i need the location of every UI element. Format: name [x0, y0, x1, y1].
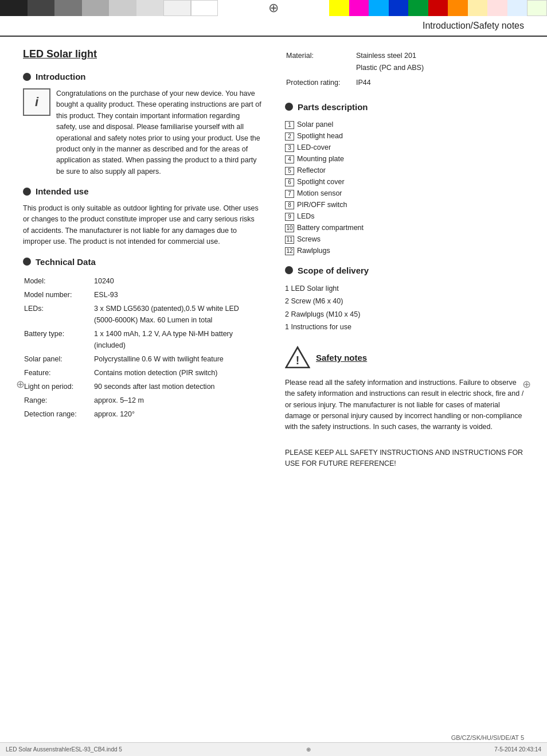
color-bar-top: ⊕	[0, 0, 547, 16]
crosshair-top-icon: ⊕	[218, 0, 329, 16]
part-number: 7	[285, 190, 294, 198]
tech-value: approx. 5–12 m	[94, 394, 261, 407]
scope-item: 1 LED Solar light	[285, 282, 524, 295]
part-number: 3	[285, 144, 294, 152]
part-number: 9	[285, 213, 294, 221]
part-item: 6Spotlight cover	[285, 176, 524, 188]
footer-right-text: 7-5-2014 20:43:14	[494, 746, 541, 753]
material-table: Material:Stainless steel 201Plastic (PC …	[285, 48, 425, 91]
part-label: Rawlplugs	[297, 245, 330, 256]
safety-notes-text2: PLEASE KEEP ALL SAFETY INSTRUCTIONS AND …	[285, 447, 524, 470]
part-label: Spotlight cover	[297, 176, 345, 188]
tech-value: 10240	[94, 275, 261, 287]
part-number: 12	[285, 247, 294, 255]
part-item: 9LEDs	[285, 211, 524, 222]
material-row: Material:Stainless steel 201Plastic (PC …	[286, 49, 424, 75]
crosshair-left-icon: ⊕	[16, 378, 25, 391]
product-title: LED Solar light	[23, 48, 262, 60]
safety-notes-section: ! Safety notes Please read all the safet…	[285, 345, 524, 470]
tech-value: approx. 120°	[94, 408, 261, 420]
parts-list: 1Solar panel2Spotlight head3LED-cover4Mo…	[285, 119, 524, 256]
part-number: 2	[285, 133, 294, 141]
tech-value: 1 x 1400 mAh, 1.2 V, AA type Ni-MH batte…	[94, 328, 261, 352]
material-value: Stainless steel 201Plastic (PC and ABS)	[356, 49, 424, 75]
bullet-scope	[285, 266, 293, 274]
bullet-introduction	[23, 73, 31, 81]
warning-triangle-icon: !	[285, 345, 310, 371]
technical-data-label: Technical Data	[36, 257, 96, 267]
scope-item: 2 Screw (M6 x 40)	[285, 295, 524, 308]
page-title: Introduction/Safety notes	[423, 21, 524, 30]
bullet-intended-use	[23, 188, 31, 196]
tech-data-row: Feature:Contains motion detection (PIR s…	[24, 367, 261, 379]
material-field: Protection rating:	[286, 76, 355, 89]
safety-notes-label: Safety notes	[316, 353, 367, 363]
left-color-blocks	[0, 0, 218, 16]
footer-left-text: LED Solar AussenstrahlerESL-93_CB4.indd …	[6, 746, 122, 753]
part-number: 4	[285, 155, 294, 163]
material-field: Material:	[286, 49, 355, 75]
page-ref: GB/CZ/SK/HU/SI/DE/AT 5	[451, 734, 524, 741]
introduction-header: Introduction	[23, 72, 262, 81]
tech-data-row: Solar panel:Polycrystalline 0.6 W with t…	[24, 353, 261, 365]
crosshair-right-icon: ⊕	[522, 378, 531, 391]
scope-item: 1 Instructions for use	[285, 321, 524, 334]
part-item: 5Reflector	[285, 165, 524, 176]
scope-list: 1 LED Solar light2 Screw (M6 x 40)2 Rawl…	[285, 282, 524, 334]
svg-text:!: !	[296, 354, 299, 367]
scope-header: Scope of delivery	[285, 266, 524, 275]
tech-data-row: Model:10240	[24, 275, 261, 287]
part-item: 10Battery compartment	[285, 222, 524, 233]
technical-data-header: Technical Data	[23, 257, 262, 267]
tech-data-row: Model number:ESL-93	[24, 289, 261, 301]
right-column: Material:Stainless steel 201Plastic (PC …	[279, 48, 524, 475]
part-label: Battery compartment	[297, 222, 364, 233]
part-number: 8	[285, 201, 294, 209]
tech-field: Range:	[24, 394, 93, 407]
material-value: IP44	[356, 76, 424, 89]
main-content: LED Solar light Introduction i Congratul…	[0, 48, 547, 475]
part-label: PIR/OFF switch	[297, 199, 347, 211]
part-number: 11	[285, 236, 294, 244]
intended-use-label: Intended use	[36, 186, 89, 196]
info-icon: i	[35, 95, 38, 110]
bullet-technical	[23, 258, 31, 266]
introduction-text: Congratulations on the purchase of your …	[56, 88, 262, 177]
tech-data-row: Detection range:approx. 120°	[24, 408, 261, 420]
part-item: 4Mounting plate	[285, 153, 524, 165]
tech-field: Detection range:	[24, 408, 93, 420]
tech-data-row: Range:approx. 5–12 m	[24, 394, 261, 407]
tech-value: ESL-93	[94, 289, 261, 301]
part-item: 3LED-cover	[285, 142, 524, 153]
introduction-box: i Congratulations on the purchase of you…	[23, 88, 262, 177]
technical-data-table: Model:10240Model number:ESL-93LEDs:3 x S…	[23, 274, 262, 422]
parts-description-header: Parts description	[285, 102, 524, 112]
tech-value: Contains motion detection (PIR switch)	[94, 367, 261, 379]
part-number: 10	[285, 224, 294, 232]
tech-field: Model number:	[24, 289, 93, 301]
bullet-parts	[285, 103, 293, 111]
scope-item: 2 Rawlplugs (M10 x 45)	[285, 308, 524, 321]
part-label: Spotlight head	[297, 130, 343, 142]
part-number: 5	[285, 167, 294, 175]
part-item: 7Motion sensor	[285, 188, 524, 199]
part-label: LEDs	[297, 211, 315, 222]
info-icon-box: i	[23, 88, 50, 116]
part-item: 2Spotlight head	[285, 130, 524, 142]
safety-notes-text1: Please read all the safety information a…	[285, 377, 524, 433]
part-item: 8PIR/OFF switch	[285, 199, 524, 211]
part-label: Mounting plate	[297, 153, 344, 165]
tech-field: Solar panel:	[24, 353, 93, 365]
scope-label: Scope of delivery	[298, 266, 369, 275]
safety-header: ! Safety notes	[285, 345, 524, 371]
parts-description-label: Parts description	[298, 102, 368, 112]
intended-use-header: Intended use	[23, 186, 262, 196]
tech-value: 90 seconds after last motion detection	[94, 380, 261, 393]
tech-data-row: LEDs:3 x SMD LG5630 (patented),0.5 W whi…	[24, 302, 261, 326]
footer-center-icon: ⊕	[306, 746, 311, 753]
left-column: LED Solar light Introduction i Congratul…	[23, 48, 279, 475]
tech-data-row: Light on period:90 seconds after last mo…	[24, 380, 261, 393]
bottom-bar: LED Solar AussenstrahlerESL-93_CB4.indd …	[0, 742, 547, 756]
part-item: 12Rawlplugs	[285, 245, 524, 256]
tech-data-row: Battery type:1 x 1400 mAh, 1.2 V, AA typ…	[24, 328, 261, 352]
